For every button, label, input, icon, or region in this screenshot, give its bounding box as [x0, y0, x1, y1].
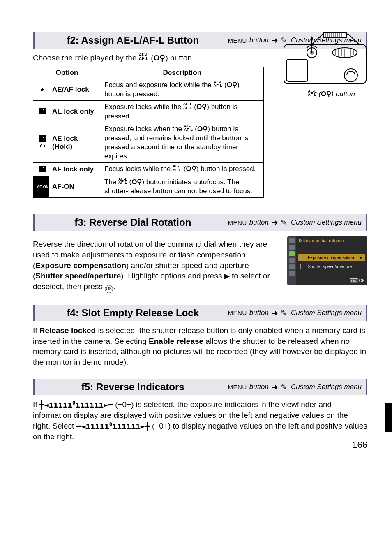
arrow-icon: ➜	[271, 308, 278, 318]
breadcrumb-button-word: button	[249, 383, 269, 391]
option-name: AF lock only	[49, 163, 101, 176]
breadcrumb-button-word: button	[249, 218, 269, 227]
table-row: AF-ON AF-ON The AE-LAF-L (O⚲) button ini…	[33, 176, 264, 198]
options-table: Option Description 🞛 AE/AF lock Focus an…	[33, 67, 264, 198]
right-triangle-icon: ▶	[224, 272, 230, 280]
option-icon: AF-ON	[33, 176, 49, 198]
text: Choose the role played by the	[33, 53, 139, 62]
menu-item: Exposure compensation▸	[298, 254, 365, 261]
f4-body: If Release locked is selected, the shutt…	[33, 325, 367, 368]
breadcrumb-menu-label: MENU	[228, 309, 247, 316]
indicator-minus-plus-icon: ━◄ııııı0ıııııı►╋	[76, 422, 150, 431]
ok-button-icon: OK	[105, 285, 113, 293]
menu-screenshot: f3Reverse dial rotation Exposure compens…	[287, 236, 367, 285]
breadcrumb-target: Custom Settings menu	[291, 309, 362, 317]
svg-point-23	[344, 69, 357, 82]
option-name: AE lock only	[49, 101, 101, 123]
option-name: AF-ON	[49, 176, 101, 198]
breadcrumb-button-word: button	[249, 36, 269, 44]
pencil-icon	[281, 382, 288, 392]
option-name: AE lock (Hold)	[49, 123, 101, 163]
breadcrumb: MENU button ➜ Custom Settings menu	[228, 308, 362, 318]
option-icon: 🞛	[33, 79, 49, 101]
section-title: f3: Reverse Dial Rotation	[74, 217, 191, 228]
section-header-f3: f3: Reverse Dial Rotation MENU button ➜ …	[33, 214, 367, 231]
menu-item: Shutter speed/aperture	[298, 263, 365, 270]
arrow-icon: ➜	[271, 35, 278, 45]
option-desc: The AE-LAF-L (O⚲) button initiates autof…	[101, 176, 264, 198]
pencil-icon	[281, 218, 288, 227]
text: button.	[168, 53, 194, 62]
breadcrumb-target: Custom Settings menu	[291, 218, 362, 227]
camera-button-label: AE-LAF-L (O⚲) button	[308, 90, 355, 98]
section-title: f5: Reverse Indicators	[81, 381, 184, 393]
f3-body: Reverse the direction of rotation of the…	[33, 239, 279, 293]
option-name: AE/AF lock	[49, 79, 101, 101]
option-desc: Focus locks while the AE-LAF-L (O⚲) butt…	[101, 163, 264, 176]
svg-rect-24	[286, 59, 308, 81]
th-description: Description	[101, 67, 264, 79]
menu-ok-hint: OKOK	[350, 278, 365, 283]
table-row: 🅰 AE lock only Exposure locks while the …	[33, 101, 264, 123]
breadcrumb-target: Custom Settings menu	[291, 383, 362, 391]
breadcrumb: MENU button ➜ Custom Settings menu	[228, 382, 362, 392]
option-icon: 🅰⏲	[33, 123, 49, 163]
arrow-icon: ➜	[271, 382, 278, 392]
option-icon: 🅰	[33, 163, 49, 176]
breadcrumb-menu-label: MENU	[228, 384, 247, 391]
breadcrumb-button-word: button	[249, 309, 269, 317]
breadcrumb-menu-label: MENU	[228, 37, 247, 44]
breadcrumb: MENU button ➜ Custom Settings menu	[228, 218, 362, 227]
f5-body: If ╋◄ııııı0ıııııı►━ (+0−) is selected, t…	[33, 399, 367, 442]
camera-illustration: AE-LAF-L (O⚲) button	[283, 32, 367, 87]
option-desc: Exposure locks when the AE-LAF-L (O⚲) bu…	[101, 123, 264, 163]
table-row: 🅰 AF lock only Focus locks while the AE-…	[33, 163, 264, 176]
menu-title: f3Reverse dial rotation	[299, 238, 344, 243]
option-desc: Exposure locks while the AE-LAF-L (O⚲) b…	[101, 101, 264, 123]
breadcrumb-menu-label: MENU	[228, 219, 247, 226]
table-row: 🞛 AE/AF lock Focus and exposure lock whi…	[33, 79, 264, 101]
table-row: 🅰⏲ AE lock (Hold) Exposure locks when th…	[33, 123, 264, 163]
pencil-icon	[281, 308, 288, 317]
section-title: f2: Assign AE-L/AF-L Button	[67, 35, 199, 46]
arrow-icon: ➜	[271, 218, 278, 227]
page-number: 166	[352, 440, 367, 450]
section-title: f4: Slot Empty Release Lock	[67, 307, 199, 319]
menu-tab-strip	[287, 236, 296, 285]
th-option: Option	[33, 67, 101, 79]
option-icon: 🅰	[33, 101, 49, 123]
section-header-f5: f5: Reverse Indicators MENU button ➜ Cus…	[33, 379, 367, 395]
option-desc: Focus and exposure lock while the AE-LAF…	[101, 79, 264, 101]
svg-marker-26	[310, 36, 314, 39]
section-header-f4: f4: Slot Empty Release Lock MENU button …	[33, 305, 367, 321]
thumb-tab	[385, 403, 392, 432]
ael-glyph: AE-LAF-L	[139, 53, 149, 61]
indicator-plus-minus-icon: ╋◄ııııı0ıııııı►━	[39, 400, 113, 409]
